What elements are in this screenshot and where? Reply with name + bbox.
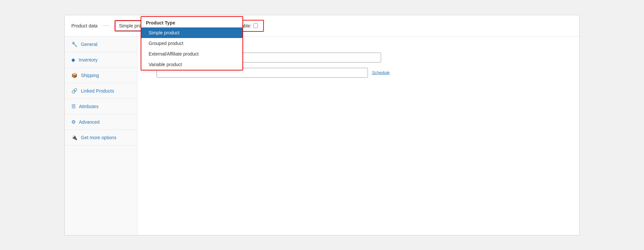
schedule-link[interactable]: Schedule bbox=[372, 70, 390, 75]
dropdown-list: Product Type Simple product Grouped prod… bbox=[141, 17, 242, 70]
wrench-icon: 🔧 bbox=[71, 41, 78, 47]
dropdown-option-grouped[interactable]: Grouped product bbox=[141, 38, 242, 49]
downloadable-checkbox[interactable] bbox=[253, 23, 258, 28]
sidebar-item-label-shipping: Shipping bbox=[81, 73, 99, 78]
gear-icon: ⚙ bbox=[71, 119, 76, 125]
sidebar-item-label-attributes: Attributes bbox=[79, 104, 98, 109]
sidebar-item-label-inventory: Inventory bbox=[79, 57, 98, 62]
sidebar-item-shipping[interactable]: 📦 Shipping bbox=[65, 68, 137, 83]
sidebar-item-linked-products[interactable]: 🔗 Linked Products bbox=[65, 83, 137, 99]
main-content: 🔧 General ◆ Inventory 📦 Shipping 🔗 Linke… bbox=[65, 37, 579, 235]
sidebar-item-label-advanced: Advanced bbox=[79, 119, 99, 125]
product-type-dropdown[interactable]: Product Type Simple product Grouped prod… bbox=[141, 16, 243, 70]
dropdown-option-simple[interactable]: Simple product bbox=[141, 27, 242, 38]
dropdown-group-label: Product Type bbox=[141, 17, 242, 27]
sidebar: 🔧 General ◆ Inventory 📦 Shipping 🔗 Linke… bbox=[65, 37, 137, 235]
sidebar-item-inventory[interactable]: ◆ Inventory bbox=[65, 52, 137, 68]
sidebar-item-attributes[interactable]: ☰ Attributes bbox=[65, 99, 137, 114]
diamond-icon: ◆ bbox=[71, 57, 75, 63]
product-data-label: Product data bbox=[71, 23, 97, 28]
link-icon: 🔗 bbox=[71, 88, 78, 94]
header-divider bbox=[103, 25, 109, 26]
plugin-icon: 🔌 bbox=[71, 135, 78, 141]
attributes-icon: ☰ bbox=[71, 104, 76, 109]
dropdown-option-external[interactable]: External/Affiliate product bbox=[141, 49, 242, 59]
sidebar-item-label-get-more-options: Get more options bbox=[81, 135, 116, 140]
dropdown-option-variable[interactable]: Variable product bbox=[141, 59, 242, 70]
sidebar-item-get-more-options[interactable]: 🔌 Get more options bbox=[65, 130, 137, 146]
sidebar-item-general[interactable]: 🔧 General bbox=[65, 37, 137, 52]
sidebar-item-advanced[interactable]: ⚙ Advanced bbox=[65, 114, 137, 130]
sidebar-item-label-linked-products: Linked Products bbox=[81, 88, 114, 94]
sidebar-item-label-general: General bbox=[81, 42, 97, 47]
content-area: Product Type Simple product Grouped prod… bbox=[137, 37, 579, 235]
shipping-icon: 📦 bbox=[71, 72, 78, 78]
